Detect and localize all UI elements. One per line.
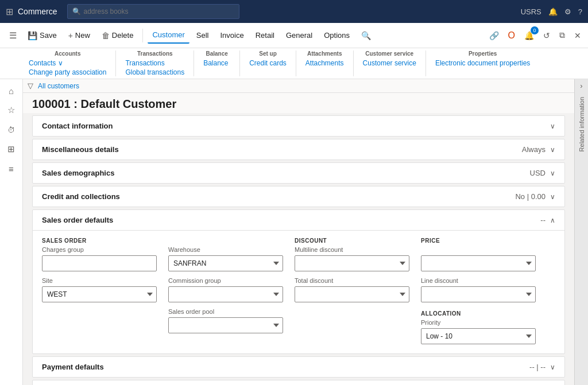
- grid-icon[interactable]: ⊞: [6, 6, 13, 17]
- charges-group-input[interactable]: [42, 255, 157, 271]
- hamburger-icon[interactable]: ☰: [5, 28, 21, 44]
- discount-label: DISCOUNT: [295, 238, 409, 244]
- settings-icon[interactable]: ⚙: [564, 7, 571, 16]
- help-icon[interactable]: ?: [578, 7, 582, 16]
- search-bar[interactable]: 🔍: [67, 4, 239, 19]
- ribbon-section-properties-title: Properties: [435, 50, 530, 57]
- sidebar-recent[interactable]: ⏱: [1, 120, 22, 139]
- section-misc-header[interactable]: Miscellaneous details Always ∨: [33, 139, 564, 160]
- site-select[interactable]: WEST: [42, 286, 157, 302]
- discount-col: DISCOUNT Multiline discount: [295, 238, 409, 344]
- ribbon-section-setup-title: Set up: [249, 50, 287, 57]
- site-field: Site WEST: [42, 277, 157, 302]
- app-title: Commerce: [18, 7, 57, 16]
- section-payment-header[interactable]: Payment defaults -- | -- ∨: [33, 357, 564, 377]
- ribbon-section-accounts: Accounts Contacts ∨ Change party associa…: [29, 50, 116, 76]
- tab-options[interactable]: Options: [319, 28, 354, 43]
- new-button[interactable]: + New: [64, 28, 95, 44]
- sales-demo-chevron-icon: ∨: [550, 169, 555, 177]
- ribbon-accounts-items: Contacts ∨ Change party association: [29, 59, 106, 76]
- search-icon: 🔍: [72, 7, 81, 15]
- commission-group-select[interactable]: [168, 286, 283, 302]
- sidebar-home[interactable]: ⌂: [1, 81, 22, 100]
- right-panel-collapse[interactable]: ›: [578, 79, 585, 92]
- refresh-icon[interactable]: ↺: [541, 29, 552, 42]
- command-right-icons: 🔗 O 🔔 0 ↺ ⧉ ✕: [487, 28, 583, 43]
- ribbon-section-customer-service-title: Customer service: [363, 50, 416, 57]
- link-icon[interactable]: 🔗: [487, 29, 501, 42]
- tab-general[interactable]: General: [281, 28, 317, 43]
- ribbon-section-customer-service: Customer service Customer service: [354, 50, 426, 76]
- section-sales-defaults-meta: -- ∧: [540, 216, 555, 224]
- balance-link[interactable]: Balance: [203, 59, 228, 67]
- tab-customer[interactable]: Customer: [148, 27, 189, 44]
- charges-group-label: Charges group: [42, 246, 157, 253]
- delete-button[interactable]: 🗑 Delete: [97, 28, 138, 44]
- bell-icon[interactable]: 🔔: [548, 7, 558, 16]
- content-area: ▽ All customers 100001 : Default Custome…: [23, 79, 574, 385]
- top-bar: ⊞ Commerce 🔍 USRS 🔔 ⚙ ?: [0, 0, 588, 23]
- price-select[interactable]: [421, 255, 536, 271]
- ribbon-section-setup: Set up Credit cards: [240, 50, 296, 76]
- tab-sell[interactable]: Sell: [192, 28, 214, 43]
- sidebar-modules[interactable]: ≡: [1, 160, 22, 178]
- credit-chevron-icon: ∨: [550, 193, 555, 201]
- search-button[interactable]: 🔍: [357, 28, 376, 44]
- electronic-doc-link[interactable]: Electronic document properties: [435, 59, 530, 67]
- search-input[interactable]: [83, 7, 234, 15]
- ribbon-section-accounts-title: Accounts: [29, 50, 106, 57]
- warehouse-select[interactable]: SANFRAN: [168, 255, 283, 271]
- notification-icon[interactable]: 🔔 0: [522, 29, 536, 42]
- right-panel: › Related information: [574, 79, 588, 385]
- tab-retail[interactable]: Retail: [251, 28, 279, 43]
- ribbon-section-balance: Balance Balance: [194, 50, 240, 76]
- filter-bar: ▽ All customers: [23, 79, 574, 93]
- sidebar-favorites[interactable]: ☆: [1, 101, 22, 119]
- transactions-link[interactable]: Transactions: [125, 59, 184, 67]
- tab-options-label: Options: [324, 31, 350, 40]
- multiline-discount-select[interactable]: [295, 255, 409, 271]
- credit-cards-link[interactable]: Credit cards: [249, 59, 287, 67]
- section-credit-title: Credit and collections: [42, 192, 120, 201]
- section-contact-header[interactable]: Contact information ∨: [33, 116, 564, 136]
- close-icon[interactable]: ✕: [572, 29, 583, 42]
- section-contact: Contact information ∨: [32, 115, 565, 137]
- delete-icon: 🗑: [102, 31, 110, 40]
- section-misc-title: Miscellaneous details: [42, 145, 119, 154]
- section-credit-header[interactable]: Credit and collections No | 0.00 ∨: [33, 186, 564, 207]
- change-party-link[interactable]: Change party association: [29, 68, 106, 76]
- line-discount-select[interactable]: [421, 286, 536, 302]
- misc-chevron-icon: ∨: [550, 146, 555, 154]
- ribbon-section-transactions-title: Transactions: [125, 50, 184, 57]
- tab-invoice[interactable]: Invoice: [215, 28, 248, 43]
- breadcrumb[interactable]: All customers: [38, 82, 79, 90]
- sidebar-workspaces[interactable]: ⊞: [1, 140, 22, 158]
- right-panel-label[interactable]: Related information: [576, 92, 587, 156]
- section-sales-demo-header[interactable]: Sales demographics USD ∨: [33, 163, 564, 183]
- new-label: New: [75, 31, 90, 40]
- contacts-link[interactable]: Contacts ∨: [29, 59, 106, 67]
- restore-icon[interactable]: ⧉: [557, 28, 567, 42]
- office-icon[interactable]: O: [506, 28, 517, 43]
- customer-service-link[interactable]: Customer service: [363, 59, 416, 67]
- section-misc-meta: Always ∨: [522, 145, 555, 154]
- global-transactions-link[interactable]: Global transactions: [125, 68, 184, 76]
- ribbon-section-transactions: Transactions Transactions Global transac…: [116, 50, 194, 76]
- section-sales-defaults: Sales order defaults -- ∧ SALES ORDER Ch…: [32, 209, 565, 354]
- credit-meta-value: No | 0.00: [515, 192, 546, 201]
- sales-order-pool-select[interactable]: [168, 317, 283, 333]
- total-discount-select[interactable]: [295, 286, 409, 302]
- misc-meta-value: Always: [522, 145, 546, 154]
- section-sales-defaults-header[interactable]: Sales order defaults -- ∧: [33, 210, 564, 230]
- attachments-link[interactable]: Attachments: [305, 59, 344, 67]
- section-misc: Miscellaneous details Always ∨: [32, 139, 565, 160]
- sales-order-col: SALES ORDER Charges group Site: [42, 238, 157, 344]
- tab-invoice-label: Invoice: [220, 31, 243, 40]
- section-invoice-header[interactable]: Invoice and delivery -- ∨: [33, 380, 564, 385]
- section-sales-demo-title: Sales demographics: [42, 169, 114, 177]
- priority-select[interactable]: Low - 10: [421, 328, 536, 344]
- filter-icon[interactable]: ▽: [28, 81, 33, 90]
- save-button[interactable]: 💾 Save: [23, 28, 61, 44]
- section-invoice: Invoice and delivery -- ∨: [32, 380, 565, 385]
- tab-sell-label: Sell: [196, 31, 209, 40]
